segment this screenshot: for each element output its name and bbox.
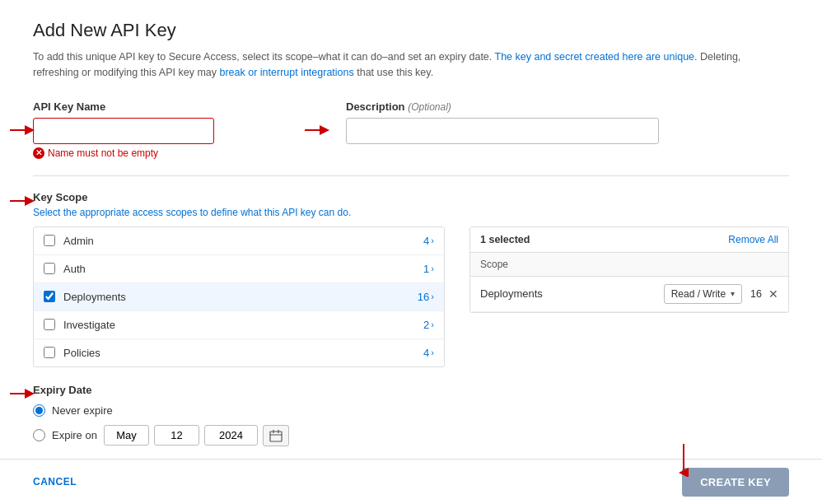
footer-bar: CANCEL CREATE KEY [0,459,822,504]
remove-all-button[interactable]: Remove All [728,234,778,245]
api-key-name-label: API Key Name [33,100,214,113]
scope-checkbox-admin[interactable] [44,235,55,246]
error-message: ✕ Name must not be empty [33,147,214,159]
radio-never-expire[interactable]: Never expire [33,404,789,417]
arrow-expiry [10,387,36,403]
selected-panel-header: 1 selected Remove All [470,227,788,252]
permission-dropdown[interactable]: Read / Write ▾ [664,284,742,304]
scope-count-admin: 4 › [423,235,434,247]
key-scope-section: Key Scope Select the appropriate access … [33,191,789,367]
scope-item-auth[interactable]: Auth 1 › [34,255,444,283]
scope-label-policies[interactable]: Policies [63,347,423,359]
desc-link1[interactable]: The key and secret created here are uniq… [495,51,698,63]
scope-label-admin[interactable]: Admin [63,235,423,247]
scope-item-investigate[interactable]: Investigate 2 › [34,311,444,339]
selected-count: 1 selected [480,234,530,245]
remove-scope-button[interactable]: ✕ [768,288,778,300]
description-label: Description (Optional) [346,100,659,113]
key-scope-title: Key Scope [33,191,789,203]
scope-count-policies: 4 › [423,347,434,359]
radio-expire-on-input[interactable] [33,429,45,441]
arrow-api-key [10,124,36,139]
scope-checkbox-policies[interactable] [44,347,55,358]
scope-checkbox-auth[interactable] [44,263,55,274]
desc-link2[interactable]: break or interrupt integrations [219,67,353,78]
key-scope-subtitle: Select the appropriate access scopes to … [33,207,789,218]
selected-scope-name: Deployments [480,287,664,300]
create-key-button[interactable]: CREATE KEY [682,468,789,497]
arrow-description [305,124,331,139]
scope-count-deployments: 16 › [418,291,434,303]
calendar-icon-button[interactable] [263,425,289,446]
description-input[interactable] [346,118,659,144]
scope-item-policies[interactable]: Policies 4 › [34,339,444,366]
description-group: Description (Optional) [346,100,659,144]
radio-never-expire-input[interactable] [33,404,45,417]
cancel-button[interactable]: CANCEL [33,476,77,488]
error-icon: ✕ [33,147,44,159]
calendar-icon [269,429,283,442]
scope-checkbox-deployments[interactable] [44,291,55,302]
page-title: Add New API Key [33,20,789,41]
page-description: To add this unique API key to Secure Acc… [33,49,741,81]
scope-list[interactable]: Admin 4 › Auth 1 › Deployments 16 › [33,226,445,367]
expiry-section: Expiry Date Never expire Expire on [33,384,789,446]
date-year-input[interactable] [204,425,258,446]
divider-1 [33,175,789,176]
scope-count-auth: 1 › [423,263,434,275]
scope-section: Admin 4 › Auth 1 › Deployments 16 › [33,226,789,367]
scope-label-investigate[interactable]: Investigate [63,319,423,331]
radio-expire-on[interactable]: Expire on [33,425,789,446]
selected-scope-count: 16 [750,288,762,300]
scope-item-deployments[interactable]: Deployments 16 › [34,283,444,311]
dropdown-arrow-icon: ▾ [731,289,735,298]
scope-list-container-wrapper: Admin 4 › Auth 1 › Deployments 16 › [33,226,445,367]
arrow-key-scope [10,194,36,210]
scope-count-investigate: 2 › [423,319,434,331]
scope-item-admin[interactable]: Admin 4 › [34,227,444,255]
radio-expire-on-label[interactable]: Expire on [52,429,97,441]
api-key-name-input[interactable] [33,118,214,144]
selected-panel: 1 selected Remove All Scope Deployments … [469,226,789,313]
arrow-create-key [677,444,690,479]
date-month-input[interactable] [104,425,149,446]
scope-label-deployments[interactable]: Deployments [63,291,418,303]
svg-rect-4 [270,432,282,441]
selected-panel-col-header: Scope [470,252,788,277]
date-day-input[interactable] [154,425,199,446]
permission-value: Read / Write [671,288,726,300]
scope-checkbox-investigate[interactable] [44,319,55,330]
selected-scope-row-deployments: Deployments Read / Write ▾ 16 ✕ [470,277,788,312]
expiry-title: Expiry Date [33,384,789,396]
scope-label-auth[interactable]: Auth [63,263,423,275]
api-key-name-group: API Key Name ✕ Name must not be empty [33,100,214,159]
date-fields [104,425,289,446]
radio-never-expire-label[interactable]: Never expire [52,404,113,417]
radio-group: Never expire Expire on [33,404,789,446]
